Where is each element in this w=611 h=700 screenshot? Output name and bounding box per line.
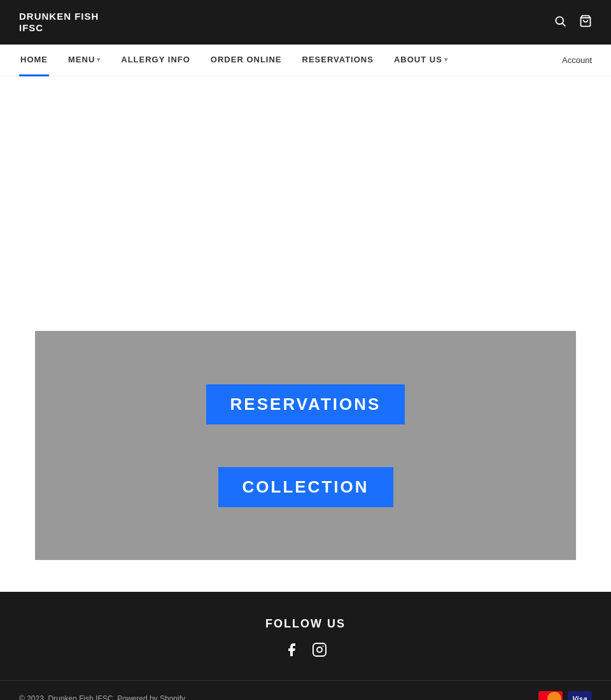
- footer-bottom: © 2023, Drunken Fish IFSC. Powered by Sh…: [0, 680, 611, 700]
- account-link[interactable]: Account: [562, 55, 592, 65]
- svg-rect-3: [313, 643, 326, 656]
- footer-copyright: © 2023, Drunken Fish IFSC. Powered by Sh…: [19, 694, 185, 700]
- promo-section: RESERVATIONS COLLECTION: [35, 331, 576, 560]
- svg-point-4: [317, 647, 322, 652]
- visa-icon: Visa: [568, 691, 592, 700]
- mastercard-icon: [538, 691, 563, 700]
- hero-area: [0, 76, 611, 331]
- facebook-link[interactable]: [284, 642, 299, 661]
- instagram-link[interactable]: [312, 642, 327, 661]
- cart-button[interactable]: [579, 15, 592, 31]
- site-logo[interactable]: DRUNKEN FISH IFSC: [19, 11, 99, 34]
- social-icons: [19, 642, 592, 661]
- search-button[interactable]: [554, 15, 566, 31]
- spacer: [0, 560, 611, 592]
- reservations-button[interactable]: RESERVATIONS: [206, 384, 405, 424]
- site-header: DRUNKEN FISH IFSC: [0, 0, 611, 45]
- nav-item-allergy[interactable]: ALLERGY INFO: [120, 45, 192, 76]
- nav-item-reservations[interactable]: RESERVATIONS: [301, 45, 375, 76]
- main-nav: HOME MENU ▾ ALLERGY INFO ORDER ONLINE RE…: [0, 45, 611, 76]
- nav-left: HOME MENU ▾ ALLERGY INFO ORDER ONLINE RE…: [19, 45, 449, 76]
- nav-item-about[interactable]: ABOUT US ▾: [393, 45, 449, 76]
- svg-point-0: [556, 17, 563, 24]
- nav-item-order[interactable]: ORDER ONLINE: [209, 45, 283, 76]
- chevron-down-icon-about: ▾: [444, 56, 448, 63]
- payment-icons: Visa: [538, 691, 592, 700]
- svg-line-1: [563, 23, 566, 26]
- chevron-down-icon: ▾: [97, 56, 101, 63]
- footer: FOLLOW US © 2023, Drunken Fish IFSC. Pow…: [0, 592, 611, 700]
- follow-us-label: FOLLOW US: [19, 617, 592, 631]
- header-icons: [554, 15, 592, 31]
- svg-point-5: [323, 646, 324, 647]
- collection-button[interactable]: COLLECTION: [218, 467, 393, 507]
- footer-top: FOLLOW US: [0, 592, 611, 680]
- nav-item-menu[interactable]: MENU ▾: [67, 45, 102, 76]
- nav-item-home[interactable]: HOME: [19, 45, 49, 76]
- powered-by-link[interactable]: Powered by Shopify: [117, 694, 185, 700]
